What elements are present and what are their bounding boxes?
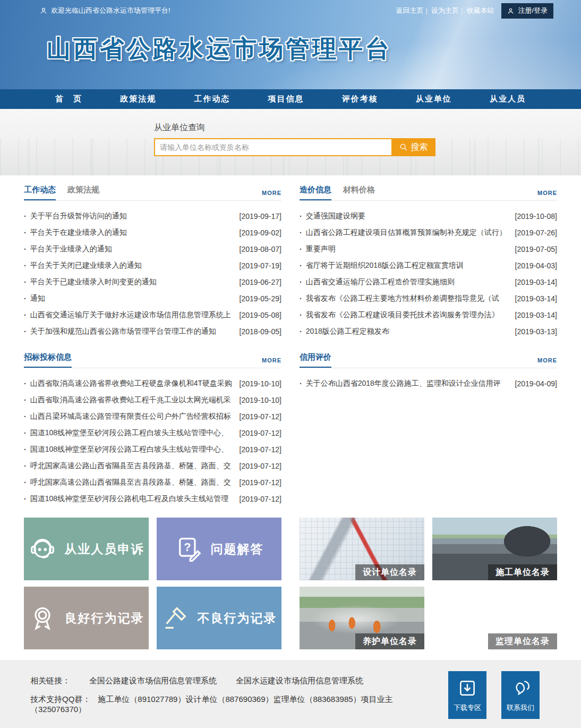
news-item[interactable]: 关于加强和规范山西省公路市场管理平台管理工作的通知[2018-09-05] [24,323,281,340]
work-news-list: 关于平台升级暂停访问的通知[2019-09-17]平台关于在建业绩录入的通知[2… [24,208,281,340]
photo-design-directory[interactable]: 设计单位名录 [300,518,424,580]
panel-credit-news: 信用评价 MORE 关于公布山西省2018年度公路施工、监理和设计企业信用评[2… [300,350,557,507]
news-item[interactable]: 山西省交通运输厅关于做好水运建设市场信用信息管理系统上[2019-05-08] [24,307,281,323]
nav-item[interactable]: 从业人员 [490,94,526,104]
tab[interactable]: 招标投标信息 [24,352,72,368]
tile-question-answer[interactable]: ? 问题解答 [157,518,281,580]
topbar: 欢迎光临山西省公路水运市场管理平台! 返回主页设为主页收藏本站 注册/登录 [0,0,581,21]
nav-item[interactable]: 项目信息 [268,94,304,104]
download-zone-label: 下载专区 [454,703,481,713]
work-news-tabs: 工作动态政策法规 [24,185,99,200]
tab[interactable]: 工作动态 [24,185,56,200]
search-button[interactable]: 搜索 [391,138,435,156]
news-item[interactable]: 我省发布《公路工程建设项目委托技术咨询服务管理办法》[2019-03-14] [300,307,557,323]
news-item[interactable]: 重要声明[2019-07-05] [300,241,557,257]
user-icon [507,7,514,14]
more-link[interactable]: MORE [537,190,557,200]
cost-news-list: 交通强国建设纲要[2019-10-08]山西省公路工程建设项目估算概算预算编制补… [300,208,557,340]
topbar-link[interactable]: 设为主页 [431,6,466,15]
news-item[interactable]: 关于公布山西省2018年度公路施工、监理和设计企业信用评[2019-04-09] [300,375,557,392]
panel-cost-news: 造价信息材料价格 MORE 交通强国建设纲要[2019-10-08]山西省公路工… [300,183,557,340]
tile-label: 从业人员申诉 [65,541,144,557]
news-item[interactable]: 山西省交通运输厅公路工程造价管理实施细则[2019-03-14] [300,274,557,290]
tile-bad-behavior[interactable]: 不良行为记录 [157,587,281,649]
nav-item[interactable]: 评价考核 [342,94,378,104]
news-item[interactable]: 通知[2019-05-29] [24,290,281,307]
headset-person-icon [29,535,56,563]
topbar-link[interactable]: 收藏本站 [466,6,494,15]
chat-bubbles-icon [510,678,531,698]
nav-item[interactable]: 政策法规 [120,94,156,104]
quick-tiles: 从业人员申诉 ? 问题解答 良好行为记录 不良行为记录 [24,518,281,649]
photo-caption: 施工单位名录 [488,564,557,580]
photo-construction-directory[interactable]: 施工单位名录 [432,518,557,580]
search-button-label: 搜索 [411,142,428,153]
tile-label: 不良行为记录 [198,610,277,627]
more-link[interactable]: MORE [262,190,281,200]
related-links: 全国公路建设市场信用信息管理系统全国水运建设市场信用信息管理系统 [70,676,363,685]
nav-item[interactable]: 工作动态 [194,94,230,104]
question-pencil-icon: ? [175,535,202,563]
search-icon [399,143,408,151]
tile-personnel-appeal[interactable]: 从业人员申诉 [24,518,149,580]
register-login-button[interactable]: 注册/登录 [501,3,553,19]
topbar-links: 返回主页设为主页收藏本站 [396,6,494,15]
tab[interactable]: 政策法规 [67,185,99,200]
topbar-link[interactable]: 返回主页 [396,6,431,15]
photo-supervision-directory[interactable]: 监理单位名录 [432,587,557,649]
panel-bidding-news: 招标投标信息 MORE 山西省取消高速公路省界收费站工程硬盘录像机和4T硬盘采购… [24,350,281,507]
download-icon [457,678,477,698]
more-link[interactable]: MORE [262,357,281,368]
news-item[interactable]: 平台关于已建业绩录入时间变更的通知[2019-06-27] [24,274,281,290]
qq-support-label: 技术支持QQ群： [30,695,90,704]
photo-caption: 设计单位名录 [355,564,424,580]
photo-maintenance-directory[interactable]: 养护单位名录 [300,587,424,649]
directory-photos: 设计单位名录 施工单位名录 养护单位名录 监理单位名录 [300,518,557,649]
contact-us-label: 联系我们 [507,703,534,713]
gavel-icon [161,604,189,632]
news-item[interactable]: 呼北国家高速公路山西省隰县至吉县段路基、桥隧、路面、交[2019-07-12] [24,458,281,474]
search-label: 从业单位查询 [154,122,581,133]
tile-good-behavior[interactable]: 良好行为记录 [24,587,149,649]
news-item[interactable]: 山西省公路工程建设项目估算概算预算编制补充规定（试行）[2019-07-26] [300,224,557,241]
cost-news-tabs: 造价信息材料价格 [300,185,375,200]
credit-news-list: 关于公布山西省2018年度公路施工、监理和设计企业信用评[2019-04-09] [300,375,557,392]
site-title: 山西省公路水运市场管理平台 [47,33,392,65]
news-item[interactable]: 国道108线神堂堡至砂河段公路工程白坡头主线站管理中心、[2019-07-12] [24,441,281,458]
news-item[interactable]: 我省发布《公路工程主要地方性材料价差调整指导意见（试[2019-03-14] [300,290,557,307]
news-item[interactable]: 交通强国建设纲要[2019-10-08] [300,208,557,224]
nav-item[interactable]: 从业单位 [416,94,452,104]
photo-caption: 养护单位名录 [355,633,424,649]
credit-tabs: 信用评价 [300,352,331,368]
news-item[interactable]: 关于平台升级暂停访问的通知[2019-09-17] [24,208,281,224]
more-link[interactable]: MORE [537,357,557,368]
user-icon [40,7,47,14]
related-link[interactable]: 全国水运建设市场信用信息管理系统 [236,676,363,685]
tab[interactable]: 材料价格 [343,185,375,200]
news-item[interactable]: 国道108线神堂堡至砂河段公路机电工程及白坡头主线站管理[2019-07-12] [24,490,281,507]
svg-text:?: ? [184,540,191,554]
tab[interactable]: 造价信息 [300,185,331,200]
news-item[interactable]: 平台关于关闭已建业绩录入的通知[2019-07-19] [24,257,281,274]
news-item[interactable]: 平台关于在建业绩录入的通知[2019-09-02] [24,224,281,241]
news-item[interactable]: 2018版公路工程定额发布[2019-03-13] [300,323,557,340]
bidding-tabs: 招标投标信息 [24,352,72,368]
news-item[interactable]: 山西省取消高速公路省界收费站工程硬盘录像机和4T硬盘采购[2019-10-10] [24,375,281,392]
footer: 相关链接：全国公路建设市场信用信息管理系统全国水运建设市场信用信息管理系统 技术… [0,660,581,728]
search-section: 从业单位查询 搜索 [0,109,581,175]
news-item[interactable]: 呼北国家高速公路山西省隰县至吉县段路基、桥隧、路面、交[2019-07-12] [24,474,281,490]
news-item[interactable]: 国道108线神堂堡至砂河段公路工程白坡头主线站管理中心、[2019-07-12] [24,425,281,441]
news-item[interactable]: 山西省取消高速公路省界收费站工程千兆工业以太网光端机采[2019-10-10] [24,392,281,408]
news-item[interactable]: 平台关于业绩录入的通知[2019-08-07] [24,241,281,257]
tab[interactable]: 信用评价 [300,352,331,368]
nav-item[interactable]: 首 页 [55,94,82,104]
panel-work-news: 工作动态政策法规 MORE 关于平台升级暂停访问的通知[2019-09-17]平… [24,183,281,340]
contact-us-button[interactable]: 联系我们 [501,671,540,719]
news-item[interactable]: 山西吕梁环城高速公路管理有限责任公司户外广告经营权招标[2019-07-12] [24,408,281,425]
bidding-news-list: 山西省取消高速公路省界收费站工程硬盘录像机和4T硬盘采购[2019-10-10]… [24,375,281,507]
download-zone-button[interactable]: 下载专区 [448,671,486,719]
banner: 欢迎光临山西省公路水运市场管理平台! 返回主页设为主页收藏本站 注册/登录 山西… [0,0,581,89]
related-link[interactable]: 全国公路建设市场信用信息管理系统 [89,676,217,685]
search-input[interactable] [154,138,391,156]
news-item[interactable]: 省厅将于近期组织2018版公路工程定额宣贯培训[2019-04-03] [300,257,557,274]
